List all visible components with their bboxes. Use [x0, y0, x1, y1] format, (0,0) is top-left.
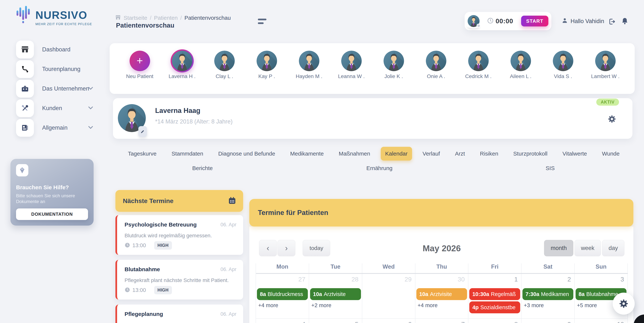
patient-chip[interactable]: Laverna H . [161, 51, 203, 79]
calendar-view-button[interactable]: week [574, 240, 601, 256]
patient-chip[interactable]: Kay P . [246, 51, 288, 79]
appointment-date: 06. Apr [220, 311, 236, 317]
more-events-link[interactable]: +4 more [258, 302, 309, 309]
event-time: 10:30a [472, 291, 489, 297]
calendar-view-button[interactable]: day [602, 240, 624, 256]
patient-name: Laverna Haag [155, 107, 200, 115]
patient-chip[interactable]: Aileen L . [500, 51, 542, 79]
tab[interactable]: Risiken [476, 147, 503, 161]
sidebar-item-tourenplanung[interactable]: Tourenplanung [16, 60, 94, 78]
patient-info-card: Laverna Haag *14 März 2018 (Alter: 8 Jah… [113, 98, 632, 139]
calendar-day-cell[interactable]: 9 [522, 319, 575, 323]
settings-fab[interactable] [613, 293, 635, 315]
sidebar-item-kunden[interactable]: Kunden [16, 99, 94, 117]
day-number: 28 [309, 274, 362, 283]
calendar-day-cell[interactable]: 4 [256, 319, 309, 323]
calendar-event-chip[interactable]: 7:30a Medikamen [522, 288, 573, 300]
day-header: Tue [309, 263, 362, 273]
appointment-card[interactable]: Blutabnahme 06. Apr Pflegekraft plant nä… [116, 260, 243, 300]
calendar-event-chip[interactable]: 10a Arztvisite [310, 288, 361, 300]
patient-chip[interactable]: Cedrick M . [457, 51, 500, 79]
patient-tabs: TageskurveStammdatenDiagnose und Befunde… [115, 145, 632, 174]
breadcrumb-patienten[interactable]: Patienten [154, 15, 178, 21]
priority-badge: HIGH [154, 286, 172, 294]
calendar-day-cell[interactable]: 2 7:30a Medikamen +3 more [522, 274, 575, 319]
avatar [170, 49, 194, 72]
tab[interactable]: Medikamente [286, 147, 328, 161]
tab[interactable]: Wunde [598, 147, 624, 161]
calendar-event-chip[interactable]: 8a Blutdruckmess [257, 288, 308, 300]
tab[interactable]: Sturzprotokoll [509, 147, 552, 161]
calendar-view-switcher: monthweekday [544, 240, 624, 256]
patient-chip[interactable]: Onie A . [415, 51, 457, 79]
tab[interactable]: Arzt [450, 147, 469, 161]
chevron-down-icon[interactable] [87, 124, 94, 132]
patient-chip[interactable]: Leanna W . [330, 51, 372, 79]
tab[interactable]: Diagnose und Befunde [214, 147, 280, 161]
calendar-day-cell[interactable]: 10 [575, 319, 628, 323]
event-time: 10a [313, 291, 322, 297]
avatar [384, 51, 404, 71]
tab[interactable]: Tageskurve [124, 147, 161, 161]
tab[interactable]: Vitalwerte [558, 147, 592, 161]
appointment-card[interactable]: Pflegeplanung 06. Apr Therapeutisches Ge… [116, 305, 243, 323]
breadcrumb-startseite[interactable]: Startseite [124, 15, 147, 21]
calendar-event-chip[interactable]: 10a Arztvisite [416, 288, 467, 300]
event-time: 10a [419, 291, 428, 297]
tab[interactable]: Verlauf [418, 147, 444, 161]
new-patient-button[interactable]: + Neu Patient [118, 51, 161, 79]
logo-waveform-icon [16, 5, 32, 24]
sidebar-item-das-unternehmen[interactable]: Das Unternehmen [16, 80, 94, 98]
avatar [595, 51, 616, 71]
patient-chip[interactable]: Vida S . [542, 51, 584, 79]
app-logo[interactable]: NURSIVO MEHR ZEIT FÜR ECHTE PFLEGE [16, 5, 92, 26]
notifications-bell-icon[interactable] [621, 17, 629, 26]
menu-toggle-icon[interactable] [258, 19, 266, 24]
calendar-day-cell[interactable]: 1 10:30a Regelmäß 4p Sozialdienstbe [468, 274, 522, 319]
more-events-link[interactable]: +2 more [311, 302, 362, 309]
start-timer-button[interactable]: START [521, 16, 548, 26]
logout-icon[interactable] [608, 18, 616, 26]
shift-timer-card: 00:00 START [465, 12, 551, 30]
calendar-day-cell[interactable]: 8 [468, 319, 522, 323]
event-title: Regelmäß [491, 291, 516, 297]
plus-icon[interactable]: + [130, 51, 150, 71]
calendar-day-cell[interactable]: 28 10a Arztvisite +2 more [309, 274, 362, 319]
appointment-card[interactable]: Psychologische Betreuung 06. Apr Blutdru… [116, 215, 243, 255]
edit-avatar-button[interactable] [138, 126, 147, 137]
calendar-day-cell[interactable]: 5 [309, 319, 362, 323]
calendar-event-chip[interactable]: 4p Sozialdienstbe [469, 302, 520, 313]
calendar-view-button[interactable]: month [544, 240, 573, 256]
sidebar-item-allgemain[interactable]: Allgemain [16, 119, 94, 137]
pencil-icon [140, 129, 145, 134]
tab[interactable]: Berichte [188, 161, 217, 175]
patient-chip[interactable]: Lambert W . [584, 51, 626, 79]
patient-settings-gear-icon[interactable] [608, 115, 616, 124]
calendar-day-cell[interactable]: 30 10a Arztvisite +4 more [416, 274, 468, 319]
chevron-down-icon[interactable] [87, 104, 94, 112]
corner-widget[interactable] [634, 315, 644, 323]
patient-chip[interactable]: Hayden M . [288, 51, 330, 79]
patient-chip[interactable]: Jolie K . [372, 51, 415, 79]
day-number: 10 [575, 319, 628, 323]
tab[interactable]: Kalendar [381, 147, 412, 161]
calendar-day-cell[interactable]: 27 8a Blutdruckmess +4 more [256, 274, 309, 319]
documentation-button[interactable]: DOKUMENTATION [16, 208, 88, 220]
calendar-day-cell[interactable]: 7 [416, 319, 468, 323]
chevron-down-icon[interactable] [87, 85, 94, 93]
tab[interactable]: Stammdaten [167, 147, 208, 161]
patient-chip[interactable]: Clay L . [203, 51, 246, 79]
tab[interactable]: SIS [541, 161, 559, 175]
day-number: 27 [256, 274, 309, 283]
calendar-day-cell[interactable]: 6 [362, 319, 416, 323]
tab[interactable]: Ernährung [362, 161, 397, 175]
calendar-day-cell[interactable]: 29 [362, 274, 416, 319]
sidebar-item-dashboard[interactable]: Dashboard [16, 41, 94, 58]
clock-icon [487, 17, 494, 25]
calendar-event-chip[interactable]: 10:30a Regelmäß [469, 288, 520, 300]
avatar [299, 51, 320, 71]
more-events-link[interactable]: +4 more [418, 302, 468, 309]
more-events-link[interactable]: +3 more [524, 302, 574, 309]
tab[interactable]: Maßnahmen [334, 147, 374, 161]
day-number: 9 [522, 319, 574, 323]
